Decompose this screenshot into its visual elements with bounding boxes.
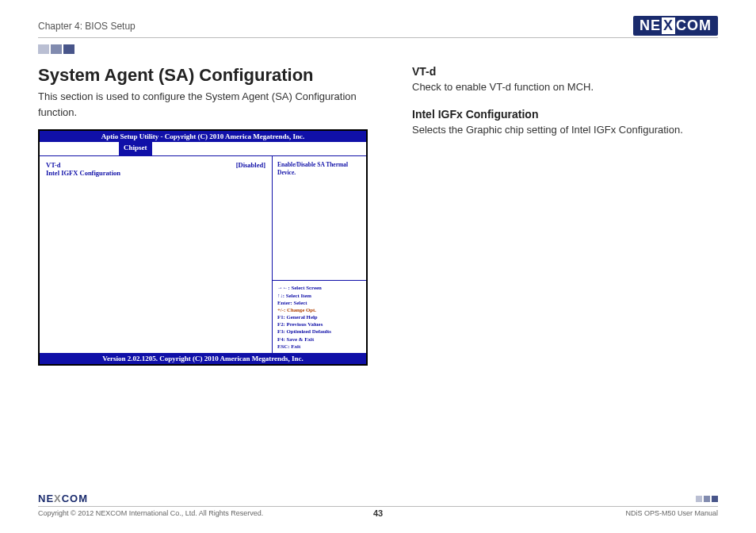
bios-version-bar: Version 2.02.1205. Copyright (C) 2010 Am… [40, 353, 366, 364]
subsection-body-vtd: Check to enable VT-d function on MCH. [412, 79, 718, 95]
logo-part-a: NE [640, 17, 661, 34]
bios-key-line: ↑↓: Select Item [277, 292, 361, 299]
bios-option-row: VT-d [Disabled] [46, 161, 265, 169]
bios-key-line: +/-: Change Opt. [277, 306, 361, 313]
bios-screenshot: Aptio Setup Utility - Copyright (C) 2010… [38, 129, 368, 366]
subsection-heading-vtd: VT-d [412, 65, 718, 78]
bios-option-row: Intel IGFX Configuration [46, 169, 265, 177]
footer-logo-a: NE [38, 493, 54, 504]
logo-part-b: COM [676, 17, 712, 34]
bios-key-line: Enter: Select [277, 299, 361, 306]
bios-key-line: →←: Select Screen [277, 284, 361, 291]
chapter-label: Chapter 4: BIOS Setup [38, 21, 136, 32]
bios-key-line: F2: Previous Values [277, 320, 361, 328]
logo-part-x: X [662, 17, 675, 34]
bios-option-label: VT-d [46, 161, 61, 169]
bios-help-pane: Enable/Disable SA Thermal Device. [273, 156, 366, 280]
subsection-body-igfx: Selects the Graphic chip setting of Inte… [412, 122, 718, 138]
bios-key-line: F3: Optimized Defaults [277, 328, 361, 335]
footer-logo-x: X [54, 493, 62, 504]
bios-key-legend: →←: Select Screen ↑↓: Select Item Enter:… [273, 280, 366, 353]
bios-option-label: Intel IGFX Configuration [46, 169, 120, 177]
bios-key-line: F1: General Help [277, 313, 361, 320]
page-header: Chapter 4: BIOS Setup NEXCOM [38, 16, 718, 38]
footer-logo: NEXCOM [38, 493, 88, 504]
bios-key-line: F4: Save & Exit [277, 336, 361, 343]
bios-tab-chipset: Chipset [119, 142, 152, 155]
section-title: System Agent (SA) Configuration [38, 65, 379, 86]
bios-title-bar: Aptio Setup Utility - Copyright (C) 2010… [40, 131, 366, 142]
bios-options-pane: VT-d [Disabled] Intel IGFX Configuration [40, 156, 273, 353]
page-number: 43 [373, 508, 383, 518]
subsection-heading-igfx: Intel IGFx Configuration [412, 108, 718, 121]
footer-copyright: Copyright © 2012 NEXCOM International Co… [38, 509, 263, 517]
footer-manual-name: NDiS OPS-M50 User Manual [625, 509, 718, 517]
footer-decorative-dots [696, 496, 718, 502]
bios-option-value: [Disabled] [236, 161, 265, 169]
section-description: This section is used to configure the Sy… [38, 89, 379, 120]
brand-logo: NEXCOM [633, 16, 718, 36]
decorative-stripes [38, 44, 718, 54]
footer-logo-b: COM [62, 493, 88, 504]
page-footer: NEXCOM Copyright © 2012 NEXCOM Internati… [38, 493, 718, 517]
bios-key-line: ESC: Exit [277, 343, 361, 350]
bios-tab-row: Chipset [40, 142, 366, 156]
